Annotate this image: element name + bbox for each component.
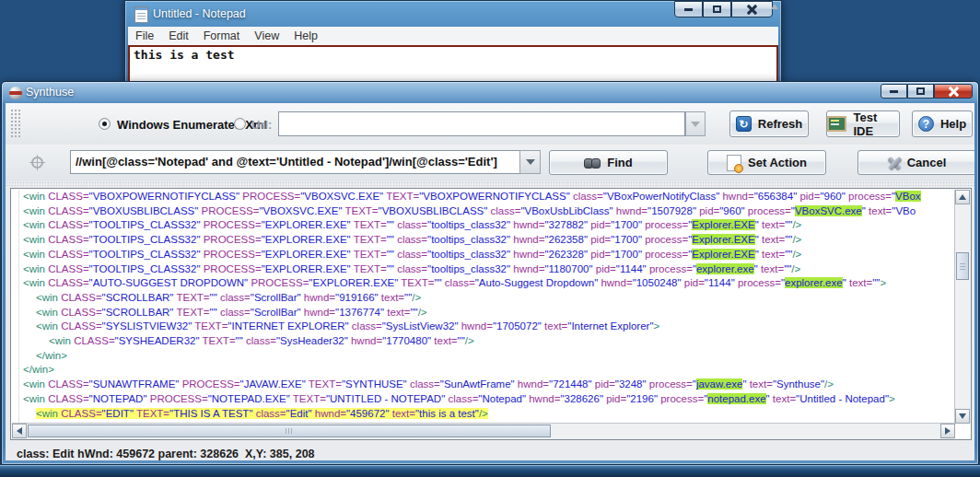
arrow-left-icon — [17, 427, 22, 435]
xml-line[interactable]: <win CLASS="TOOLTIPS_CLASS32" PROCESS="E… — [12, 233, 955, 248]
horizontal-scroll-thumb[interactable] — [28, 425, 551, 437]
xml-line[interactable]: <win CLASS="EDIT" TEXT="THIS IS A TEST" … — [12, 407, 955, 422]
scroll-right-button[interactable] — [940, 424, 955, 438]
xml-line[interactable]: <win CLASS="SYSHEADER32" TEXT="" class="… — [12, 334, 955, 349]
chevron-down-icon — [526, 159, 535, 165]
cancel-x-icon — [888, 157, 901, 169]
synthuse-close-button[interactable] — [934, 84, 973, 99]
synthuse-client-area: Windows Enumerated Xml Url: ↻ Refresh Te… — [6, 103, 974, 460]
menu-view[interactable]: View — [247, 29, 286, 42]
set-action-button[interactable]: Set Action — [707, 150, 826, 175]
xpath-combo-input[interactable]: //win[@class='Notepad' and @text='Untitl… — [70, 150, 520, 174]
xml-line[interactable]: <win CLASS="AUTO-SUGGEST DROPDOWN" PROCE… — [12, 276, 955, 291]
notepad-window: Untitled - Notepad File Edit Format View… — [124, 0, 782, 86]
windows-enumerated-xml-radio[interactable] — [99, 118, 111, 130]
synthuse-window-title: Synthuse — [26, 86, 74, 99]
xml-tree: <win CLASS="VBOXPOWERNOTIFYCLASS" PROCES… — [12, 190, 955, 424]
menu-file[interactable]: File — [128, 29, 161, 42]
scroll-down-button[interactable] — [955, 409, 970, 424]
xml-line[interactable]: <win CLASS="NOTEPAD" PROCESS="NOTEPAD.EX… — [12, 392, 955, 407]
arrow-up-icon — [959, 194, 966, 200]
xml-line[interactable]: <win CLASS="TOOLTIPS_CLASS32" PROCESS="E… — [12, 262, 955, 277]
menu-help[interactable]: Help — [286, 29, 325, 42]
xml-line[interactable]: <win CLASS="SYSLISTVIEW32" TEXT="INTERNE… — [12, 320, 955, 334]
arrow-right-icon — [945, 427, 951, 435]
notepad-close-button[interactable] — [731, 1, 773, 17]
xml-line[interactable]: <win CLASS="SUNAWTFRAME" PROCESS="JAVAW.… — [12, 378, 955, 392]
status-bar: class: Edit hWnd: 459672 parent: 328626 … — [17, 448, 315, 460]
maximize-icon — [713, 6, 721, 13]
xpath-toolbar: //win[@class='Notepad' and @text='Untitl… — [6, 145, 974, 182]
xml-line[interactable]: <win CLASS="TOOLTIPS_CLASS32" PROCESS="E… — [12, 248, 955, 262]
notepad-menu-bar: File Edit Format View Help — [128, 27, 778, 46]
notepad-app-icon — [134, 6, 148, 23]
close-icon — [949, 87, 959, 97]
binoculars-icon — [584, 157, 601, 169]
xml-line[interactable]: </win> — [12, 363, 955, 378]
notepad-text-area[interactable]: this is a test — [128, 45, 778, 86]
vertical-scroll-thumb[interactable] — [956, 252, 969, 280]
arrow-down-icon — [959, 413, 966, 419]
close-icon — [747, 5, 757, 15]
xml-line[interactable]: </win> — [12, 349, 955, 364]
find-button[interactable]: Find — [549, 150, 668, 175]
notepad-window-title: Untitled - Notepad — [153, 7, 246, 20]
xml-line[interactable]: <win CLASS="SCROLLBAR" TEXT="" class="Sc… — [12, 306, 955, 320]
horizontal-scrollbar[interactable] — [12, 423, 955, 439]
notepad-maximize-button[interactable] — [703, 1, 731, 17]
action-page-icon — [727, 155, 741, 171]
xml-line[interactable]: <win CLASS="VBOXPOWERNOTIFYCLASS" PROCES… — [12, 190, 955, 204]
taskbar[interactable] — [0, 465, 980, 477]
synthuse-app-icon — [9, 87, 22, 99]
url-input[interactable] — [278, 111, 685, 136]
scroll-left-button[interactable] — [12, 424, 27, 438]
scroll-up-button[interactable] — [955, 190, 970, 204]
url-dropdown-button[interactable] — [685, 111, 706, 136]
cancel-button[interactable]: Cancel — [858, 150, 974, 175]
test-ide-icon — [827, 116, 846, 132]
xml-line[interactable]: <win CLASS="TOOLTIPS_CLASS32" PROCESS="E… — [12, 218, 955, 233]
notepad-title-bar[interactable]: Untitled - Notepad — [125, 1, 781, 27]
synthuse-minimize-button[interactable] — [881, 84, 907, 99]
synthuse-title-bar[interactable]: Synthuse — [2, 82, 978, 103]
minimize-icon — [684, 8, 693, 11]
url-radio[interactable] — [234, 118, 246, 130]
target-picker-icon[interactable] — [29, 155, 45, 170]
chevron-down-icon — [691, 122, 700, 127]
xpath-dropdown-button[interactable] — [519, 150, 541, 174]
help-button[interactable]: ? Help — [912, 111, 973, 137]
main-toolbar: Windows Enumerated Xml Url: ↻ Refresh Te… — [6, 103, 974, 145]
xml-line[interactable]: <win CLASS="VBOXUSBLIBCLASS" PROCESS="VB… — [12, 204, 955, 219]
vertical-scrollbar[interactable] — [954, 190, 971, 424]
maximize-icon — [916, 87, 925, 95]
test-ide-button[interactable]: Test IDE — [826, 111, 900, 137]
refresh-button[interactable]: ↻ Refresh — [729, 111, 809, 137]
xml-line[interactable]: <win CLASS="SCROLLBAR" TEXT="" class="Sc… — [12, 291, 955, 306]
minimize-icon — [890, 90, 898, 93]
notepad-scroll-up-icon[interactable] — [771, 4, 778, 9]
synthuse-maximize-button[interactable] — [907, 84, 934, 99]
toolbar-drag-grip[interactable] — [10, 109, 20, 139]
refresh-icon: ↻ — [736, 116, 752, 132]
help-icon: ? — [918, 116, 934, 132]
xml-tree-panel: <win CLASS="VBOXPOWERNOTIFYCLASS" PROCES… — [10, 188, 972, 440]
notepad-minimize-button[interactable] — [674, 1, 703, 17]
synthuse-window: Synthuse Windows Enumerated Xml Url: ↻ R… — [1, 81, 979, 465]
url-radio-label[interactable]: Url: — [251, 118, 272, 132]
toolbar-texture-band — [6, 181, 974, 188]
menu-edit[interactable]: Edit — [161, 29, 196, 42]
menu-format[interactable]: Format — [196, 29, 248, 42]
